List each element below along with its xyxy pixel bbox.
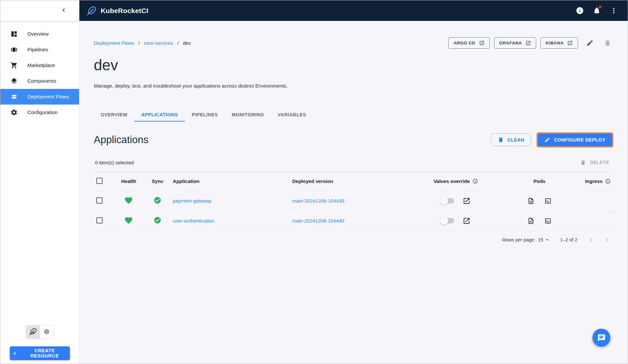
info-icon[interactable] [472, 178, 478, 184]
document-icon [527, 197, 535, 205]
kibana-link-button[interactable]: KIBANA [540, 37, 578, 49]
deployment-flows-icon [10, 93, 18, 101]
open-in-new-button[interactable] [463, 217, 471, 225]
select-all-checkbox[interactable] [96, 178, 103, 184]
table-row: payment-gateway main-20241206-104435 [94, 191, 613, 211]
toggle-thumb [440, 217, 448, 225]
sidebar-item-label: Marketplace [27, 62, 55, 68]
open-in-new-icon [567, 40, 573, 46]
deployed-version-link[interactable]: main-20241206-104435 [292, 198, 344, 204]
edit-environment-button[interactable] [584, 37, 596, 49]
sidebar-item-pipelines[interactable]: Pipelines [0, 42, 79, 58]
sidebar-item-marketplace[interactable]: Marketplace [0, 58, 79, 73]
pod-terminal-button[interactable] [544, 217, 552, 224]
configure-deploy-button[interactable]: CONFIGURE DEPLOY [538, 134, 612, 146]
sidebar-footer: ☸ CREATE RESOURCE [0, 325, 79, 364]
column-header-ingress: Ingress [585, 178, 603, 184]
tabs: OVERVIEW APPLICATIONS PIPELINES MONITORI… [94, 108, 613, 122]
breadcrumb-link-core-services[interactable]: core-services [144, 40, 173, 46]
configuration-icon [10, 108, 18, 116]
grafana-link-button[interactable]: GRAFANA [494, 37, 537, 49]
row-checkbox[interactable] [96, 217, 103, 223]
chat-fab-button[interactable] [592, 329, 610, 347]
previous-page-button[interactable] [587, 236, 595, 244]
column-header-health: Health [112, 172, 145, 191]
tab-applications[interactable]: APPLICATIONS [134, 108, 185, 122]
open-in-new-icon [525, 40, 531, 46]
tab-monitoring[interactable]: MONITORING [225, 108, 271, 122]
configure-deploy-label: CONFIGURE DEPLOY [554, 137, 605, 142]
sidebar-nav: Overview Pipelines Marketplace Component… [0, 21, 79, 120]
application-link[interactable]: user-authentication [173, 218, 215, 223]
sidebar-header [0, 0, 79, 21]
applications-heading: Applications [94, 134, 148, 146]
info-button[interactable] [576, 7, 584, 15]
rows-per-page-select[interactable]: 15 [538, 237, 550, 243]
notification-badge [599, 6, 602, 8]
pod-logs-button[interactable] [527, 217, 535, 224]
breadcrumb-link-deployment-flows[interactable]: Deployment Flows [94, 40, 134, 46]
column-header-values-override: Values override [434, 178, 470, 184]
tab-variables[interactable]: VARIABLES [271, 108, 313, 122]
values-override-toggle[interactable] [441, 198, 454, 204]
ingress-cell [583, 211, 613, 231]
sidebar-collapse-button[interactable] [59, 5, 69, 16]
krci-view-button[interactable] [26, 325, 40, 339]
configure-deploy-highlight: CONFIGURE DEPLOY [537, 132, 613, 147]
delete-environment-button[interactable] [602, 37, 613, 49]
more-vert-icon [610, 7, 618, 15]
sidebar-item-overview[interactable]: Overview [0, 26, 79, 42]
table-toolbar: 0 item(s) selected DELETE [94, 159, 613, 172]
selected-count: 0 item(s) selected [95, 160, 134, 165]
deployed-version-link[interactable]: main-20241206-104440 [292, 218, 344, 223]
create-resource-button[interactable]: CREATE RESOURCE [10, 346, 70, 360]
app-logo-icon [87, 6, 96, 16]
sync-synced-icon [154, 196, 161, 204]
pod-logs-button[interactable] [527, 197, 535, 205]
argo-cd-link-button[interactable]: ARGO CD [448, 37, 490, 49]
open-in-new-button[interactable] [463, 197, 471, 205]
notifications-button[interactable] [593, 7, 601, 15]
table-pagination: Rows per page: 15 1–2 of 2 [94, 231, 613, 244]
clean-button[interactable]: CLEAN [491, 133, 531, 146]
brand: KubeRocketCI [87, 6, 148, 16]
column-header-application: Application [170, 172, 289, 191]
page-title: dev [94, 57, 613, 74]
sidebar: Overview Pipelines Marketplace Component… [0, 0, 79, 364]
breadcrumb: Deployment Flows / core-services / dev [94, 40, 191, 46]
table-row: user-authentication main-20241206-104440 [94, 211, 613, 231]
terminal-icon [544, 217, 552, 224]
app-root: Overview Pipelines Marketplace Component… [0, 0, 628, 364]
kubernetes-icon: ☸ [43, 328, 50, 336]
feather-rocket-icon [29, 328, 37, 337]
overview-icon [10, 30, 18, 38]
more-menu-button[interactable] [610, 7, 618, 15]
delete-selected-button[interactable]: DELETE [578, 159, 611, 166]
next-page-button[interactable] [603, 236, 611, 244]
row-checkbox[interactable] [96, 197, 103, 204]
info-icon[interactable] [605, 178, 611, 184]
application-link[interactable]: payment-gateway [173, 198, 211, 204]
tab-pipelines[interactable]: PIPELINES [185, 108, 225, 122]
values-override-toggle[interactable] [441, 218, 454, 223]
kubernetes-view-button[interactable]: ☸ [40, 325, 54, 339]
sidebar-item-configuration[interactable]: Configuration [0, 105, 79, 120]
chevron-right-icon [603, 236, 611, 244]
table-header-row: Health Sync Application Deployed version… [94, 172, 613, 191]
sidebar-item-deployment-flows[interactable]: Deployment Flows [0, 89, 79, 105]
info-icon [576, 7, 584, 15]
sidebar-item-label: Overview [27, 31, 49, 37]
tab-overview[interactable]: OVERVIEW [94, 108, 134, 122]
rows-per-page-label: Rows per page: [502, 237, 536, 242]
pod-terminal-button[interactable] [544, 197, 552, 205]
page-content: Deployment Flows / core-services / dev A… [79, 21, 628, 364]
main-area: KubeRocketCI [79, 0, 628, 364]
trash-icon [498, 137, 504, 143]
sidebar-item-components[interactable]: Components [0, 73, 79, 89]
arrow-drop-down-icon [544, 237, 551, 243]
pencil-icon [586, 39, 594, 47]
column-header-sync: Sync [145, 172, 170, 191]
sidebar-item-label: Pipelines [27, 47, 48, 53]
components-icon [10, 77, 18, 85]
view-switcher: ☸ [26, 325, 54, 339]
